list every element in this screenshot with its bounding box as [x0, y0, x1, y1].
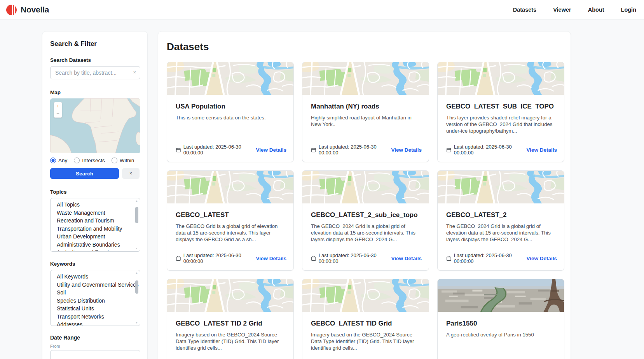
map-widget[interactable]: + −: [50, 98, 140, 153]
topics-listbox[interactable]: All Topics Waste Management Recreation a…: [50, 198, 140, 252]
last-updated: Last updated: 2025-06-30 00:00:00: [176, 252, 256, 264]
last-updated: Last updated: 2025-06-30 00:00:00: [311, 252, 391, 264]
calendar-icon: [176, 147, 181, 153]
keyword-option[interactable]: Statistical Units: [51, 305, 140, 313]
dataset-card: GEBCO_LATEST The GEBCO Grid is a global …: [167, 170, 294, 271]
keyword-option[interactable]: Transport Networks: [51, 313, 140, 321]
dataset-title: GEBCO_LATEST TID Grid: [311, 320, 420, 327]
date-from-label: From: [50, 344, 140, 348]
dataset-title: GEBCO_LATEST: [176, 211, 285, 219]
dataset-title: Paris1550: [446, 320, 555, 327]
dataset-card: GEBCO_LATEST_2_sub_ice_topo The GEBCO_20…: [302, 170, 429, 271]
nav-item-viewer[interactable]: Viewer: [553, 7, 571, 13]
keyword-option[interactable]: Soil: [51, 289, 140, 297]
last-updated-text: Last updated: 2025-06-30 00:00:00: [319, 144, 391, 156]
dataset-card: GEBCO_LATEST_SUB_ICE_TOPO This layer pro…: [437, 62, 564, 162]
page-title: Datasets: [167, 41, 571, 53]
search-input[interactable]: [50, 66, 140, 79]
last-updated-text: Last updated: 2025-06-30 00:00:00: [319, 252, 391, 264]
scroll-thumb[interactable]: [135, 280, 138, 294]
dataset-card: Paris1550 A geo-rectified overlay of Par…: [437, 279, 564, 359]
topic-option[interactable]: Recreation and Tourism: [51, 217, 140, 225]
topic-option[interactable]: All Topics: [51, 201, 140, 209]
keyword-option[interactable]: Species Distribution: [51, 297, 140, 305]
dataset-description: The GEBCO_2024 Grid is a global grid of …: [446, 223, 555, 243]
topic-option[interactable]: Waste Management: [51, 209, 140, 217]
keyword-option[interactable]: All Keywords: [51, 273, 140, 281]
view-details-link[interactable]: View Details: [391, 147, 422, 153]
datasets-grid: USA Population This is some census data …: [167, 62, 562, 359]
topic-option[interactable]: Agriculture and Farming: [51, 249, 140, 252]
radio-intersects[interactable]: Intersects: [74, 158, 105, 163]
date-from-input[interactable]: [50, 350, 140, 359]
calendar-icon: [446, 147, 452, 153]
clear-search-icon[interactable]: ×: [133, 70, 136, 75]
dataset-description: Highly simplified road layout of Manhatt…: [311, 114, 420, 128]
nav-item-login[interactable]: Login: [621, 7, 636, 13]
scroll-up-icon[interactable]: ▲: [135, 200, 138, 203]
last-updated-text: Last updated: 2025-06-30 00:00:00: [183, 252, 256, 264]
world-map-image: [50, 98, 140, 153]
topics-label: Topics: [50, 189, 140, 195]
radio-within-control[interactable]: [112, 158, 117, 163]
zoom-in-button[interactable]: +: [54, 102, 62, 110]
zoom-out-button[interactable]: −: [54, 110, 62, 117]
spatial-filter-options: Any Intersects Within: [50, 158, 140, 163]
dataset-description: The GEBCO Grid is a global grid of eleva…: [176, 223, 285, 243]
last-updated: Last updated: 2025-06-30 00:00:00: [311, 144, 391, 156]
topic-option[interactable]: Urban Development: [51, 233, 140, 241]
last-updated: Last updated: 2025-06-30 00:00:00: [176, 144, 256, 156]
dataset-card: GEBCO_LATEST TID 2 Grid Imagery based on…: [167, 279, 294, 359]
radio-intersects-control[interactable]: [74, 158, 80, 163]
dataset-thumbnail-map: [438, 171, 564, 203]
scroll-thumb[interactable]: [135, 207, 138, 223]
view-details-link[interactable]: View Details: [256, 147, 286, 153]
dataset-title: GEBCO_LATEST_2: [446, 211, 555, 219]
search-datasets-label: Search Datasets: [50, 57, 140, 63]
brand-name: Novella: [21, 5, 49, 14]
nav-item-datasets[interactable]: Datasets: [513, 7, 536, 13]
nav-item-about[interactable]: About: [588, 7, 604, 13]
map-label: Map: [50, 89, 140, 95]
dataset-thumbnail-map: [167, 279, 293, 312]
radio-any-control[interactable]: [50, 158, 56, 163]
scroll-up-icon[interactable]: ▲: [135, 271, 138, 275]
dataset-thumbnail-map: [438, 62, 564, 95]
panel-title: Search & Filter: [50, 40, 140, 48]
topic-option[interactable]: Transportation and Mobility: [51, 225, 140, 233]
dataset-thumbnail-map: [302, 62, 429, 95]
dataset-card: USA Population This is some census data …: [167, 62, 294, 162]
view-details-link[interactable]: View Details: [526, 256, 557, 261]
datasets-panel: Datasets USA Population This is some cen…: [158, 31, 571, 359]
dataset-card: GEBCO_LATEST_2 The GEBCO_2024 Grid is a …: [437, 170, 564, 271]
view-details-link[interactable]: View Details: [391, 256, 422, 261]
view-details-link[interactable]: View Details: [256, 256, 286, 261]
keywords-scrollbar[interactable]: ▲ ▼: [134, 271, 139, 325]
view-details-link[interactable]: View Details: [526, 147, 557, 153]
brand-logo[interactable]: Novella: [6, 5, 49, 15]
search-button[interactable]: Search: [50, 168, 119, 179]
keyword-option[interactable]: Utility and Governmental Services: [51, 281, 140, 289]
last-updated: Last updated: 2025-06-30 00:00:00: [446, 144, 526, 156]
radio-any[interactable]: Any: [50, 158, 67, 163]
dataset-title: GEBCO_LATEST_SUB_ICE_TOPO: [446, 103, 555, 110]
calendar-icon: [311, 256, 316, 261]
dataset-description: Imagery based on the GEBCO_2024 Source D…: [311, 331, 420, 351]
keyword-option[interactable]: Addresses: [51, 320, 140, 326]
topic-option[interactable]: Administrative Boundaries: [51, 241, 140, 249]
map-zoom-control: + −: [54, 102, 62, 118]
novella-logo-icon: [6, 5, 17, 15]
dataset-title: GEBCO_LATEST TID 2 Grid: [176, 320, 285, 327]
reset-filters-button[interactable]: ×: [122, 168, 140, 179]
calendar-icon: [311, 147, 316, 153]
keywords-listbox[interactable]: All Keywords Utility and Governmental Se…: [50, 270, 140, 326]
last-updated: Last updated: 2025-06-30 00:00:00: [446, 252, 526, 264]
topics-scrollbar[interactable]: ▲ ▼: [134, 199, 139, 250]
scroll-down-icon[interactable]: ▼: [135, 247, 138, 250]
dataset-card: Manhattan (NY) roads Highly simplified r…: [302, 62, 429, 162]
radio-within[interactable]: Within: [112, 158, 134, 163]
dataset-thumbnail-map: [167, 62, 293, 95]
scroll-down-icon[interactable]: ▼: [135, 321, 138, 324]
dataset-description: This is some census data on the states.: [176, 114, 285, 121]
main-nav: Datasets Viewer About Login: [513, 7, 636, 13]
